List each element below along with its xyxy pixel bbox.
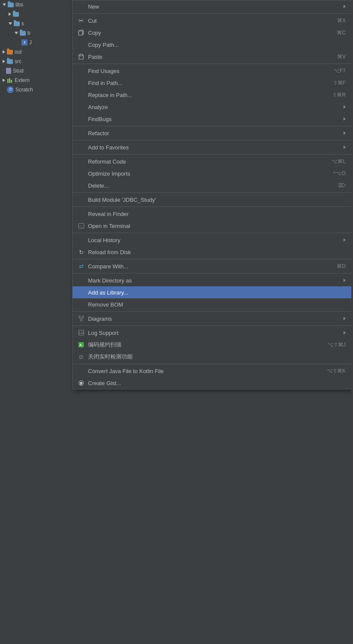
menu-item-remove-bom[interactable]: Remove BOM xyxy=(73,298,353,310)
menu-item-add-favorites[interactable]: Add to Favorites xyxy=(73,141,353,153)
menu-label-reload: Reload from Disk xyxy=(88,249,131,255)
scratch-icon: ⏱ xyxy=(7,86,14,93)
sidebar-item-sub1[interactable] xyxy=(0,9,73,19)
menu-item-reveal-finder[interactable]: Reveal in Finder xyxy=(73,208,353,220)
menu-item-log-support[interactable]: LOG Log Support xyxy=(73,327,353,339)
menu-shortcut-convert-kotlin: ⌥⇧⌘K xyxy=(327,368,346,374)
menu-label-analyze: Analyze xyxy=(88,104,108,110)
menu-item-optimize[interactable]: Optimize Imports ^⌥O xyxy=(73,167,353,179)
sidebar-label-s: s xyxy=(21,21,24,27)
menu-icon-remove-bom xyxy=(78,301,85,308)
sidebar-item-src[interactable]: src xyxy=(0,57,73,66)
menu-shortcut-reformat: ⌥⌘L xyxy=(332,158,346,164)
menu-item-add-library[interactable]: Add as Library... xyxy=(73,286,353,298)
menu-item-reformat[interactable]: Reformat Code ⌥⌘L xyxy=(73,155,353,167)
menu-label-replace-in-path: Replace in Path... xyxy=(88,92,132,98)
expand-icon-libs xyxy=(3,3,6,6)
sidebar-item-libs[interactable]: libs xyxy=(0,0,73,9)
menu-icon-findbugs xyxy=(78,115,85,122)
menu-item-findbugs[interactable]: FindBugs xyxy=(73,113,353,125)
menu-item-close-realtime[interactable]: ⊘ 关闭实时检测功能 xyxy=(73,351,353,363)
menu-label-copy-path: Copy Path... xyxy=(88,42,119,48)
menu-item-convert-kotlin[interactable]: Convert Java File to Kotlin File ⌥⇧⌘K xyxy=(73,365,353,377)
folder-icon-sub1 xyxy=(13,12,19,17)
menu-icon-paste xyxy=(78,53,85,60)
menu-item-find-usages[interactable]: Find Usages ⌥F7 xyxy=(73,65,353,77)
menu-item-compare-with[interactable]: ⇄ Compare With... ⌘D xyxy=(73,260,353,272)
chart-icon xyxy=(7,77,13,83)
separator-5 xyxy=(73,154,353,155)
menu-item-create-gist[interactable]: Create Gist... xyxy=(73,377,353,389)
menu-shortcut-replace-in-path: ⇧⌘R xyxy=(332,92,346,98)
menu-item-copy[interactable]: Copy ⌘C xyxy=(73,27,353,39)
expand-icon-s xyxy=(9,22,12,25)
menu-label-convert-kotlin: Convert Java File to Kotlin File xyxy=(88,368,164,374)
right-edge xyxy=(351,0,353,644)
sidebar-item-external[interactable]: Extern xyxy=(0,76,73,85)
svg-text:>_: >_ xyxy=(79,224,83,228)
menu-icon-reload: ↻ xyxy=(78,249,85,255)
expand-icon-sub1 xyxy=(9,12,11,16)
submenu-arrow-diagrams xyxy=(344,317,346,320)
menu-item-analyze[interactable]: Analyze xyxy=(73,101,353,113)
sidebar-label-scratch: Scratch xyxy=(15,87,33,93)
menu-label-paste: Paste xyxy=(88,54,102,60)
menu-item-diagrams[interactable]: Diagrams xyxy=(73,313,353,325)
menu-item-find-in-path[interactable]: Find in Path... ⇧⌘F xyxy=(73,77,353,89)
sidebar-item-out[interactable]: out xyxy=(0,47,73,57)
menu-icon-diagrams xyxy=(78,315,85,322)
menu-label-remove-bom: Remove BOM xyxy=(88,301,123,308)
submenu-arrow-findbugs xyxy=(344,117,346,121)
menu-label-copy: Copy xyxy=(88,30,101,36)
submenu-arrow-log xyxy=(344,331,346,334)
sidebar-label-stud: Stud xyxy=(13,68,24,74)
menu-item-delete[interactable]: Delete... ⌦ xyxy=(73,179,353,191)
menu-icon-coding-scan: A xyxy=(78,341,85,348)
submenu-arrow-mark-directory xyxy=(344,279,346,282)
menu-item-cut[interactable]: ✂ Cut ⌘X xyxy=(73,15,353,27)
separator-13 xyxy=(73,364,353,364)
separator-1 xyxy=(73,13,353,14)
menu-item-local-history[interactable]: Local History xyxy=(73,234,353,246)
menu-label-local-history: Local History xyxy=(88,237,120,243)
separator-4 xyxy=(73,140,353,140)
menu-item-coding-scan[interactable]: A 编码规约扫描 ⌥⇧⌘J xyxy=(73,339,353,351)
menu-icon-new xyxy=(78,3,85,10)
menu-item-refactor[interactable]: Refactor xyxy=(73,127,353,139)
sidebar-item-s[interactable]: s xyxy=(0,19,73,28)
menu-item-mark-directory[interactable]: Mark Directory as xyxy=(73,274,353,286)
menu-item-reload[interactable]: ↻ Reload from Disk xyxy=(73,246,353,258)
sidebar-item-scratch[interactable]: ⏱ Scratch xyxy=(0,85,73,94)
menu-icon-reformat xyxy=(78,158,85,165)
menu-label-diagrams: Diagrams xyxy=(88,316,112,322)
separator-12 xyxy=(73,325,353,326)
menu-label-reveal-finder: Reveal in Finder xyxy=(88,211,129,217)
menu-label-refactor: Refactor xyxy=(88,130,109,137)
menu-shortcut-find-in-path: ⇧⌘F xyxy=(333,80,346,86)
svg-rect-2 xyxy=(11,80,12,83)
sidebar-item-b[interactable]: b xyxy=(0,28,73,38)
menu-item-open-terminal[interactable]: >_ Open in Terminal xyxy=(73,220,353,232)
menu-icon-add-favorites xyxy=(78,144,85,151)
menu-label-add-favorites: Add to Favorites xyxy=(88,144,129,151)
expand-icon-b xyxy=(15,32,18,34)
sidebar-item-j[interactable]: J J xyxy=(0,38,73,47)
menu-icon-terminal: >_ xyxy=(78,222,85,229)
menu-item-paste[interactable]: Paste ⌘V xyxy=(73,51,353,63)
menu-item-replace-in-path[interactable]: Replace in Path... ⇧⌘R xyxy=(73,89,353,101)
menu-shortcut-compare-with: ⌘D xyxy=(337,263,346,269)
menu-shortcut-delete: ⌦ xyxy=(338,182,346,188)
svg-rect-1 xyxy=(9,78,10,83)
sidebar-item-stud[interactable]: Stud xyxy=(0,66,73,76)
menu-item-copy-path[interactable]: Copy Path... xyxy=(73,39,353,51)
separator-2 xyxy=(73,64,353,64)
sidebar-label-j: J xyxy=(29,39,32,46)
menu-icon-refactor xyxy=(78,130,85,137)
menu-label-new: New xyxy=(88,3,99,10)
menu-item-build-module[interactable]: Build Module 'JDBC_Study' xyxy=(73,194,353,206)
menu-icon-add-library xyxy=(78,289,85,296)
menu-icon-find-in-path xyxy=(78,79,85,86)
menu-item-new[interactable]: New xyxy=(73,0,353,12)
svg-text:LOG: LOG xyxy=(79,331,84,335)
menu-icon-reveal-finder xyxy=(78,210,85,217)
